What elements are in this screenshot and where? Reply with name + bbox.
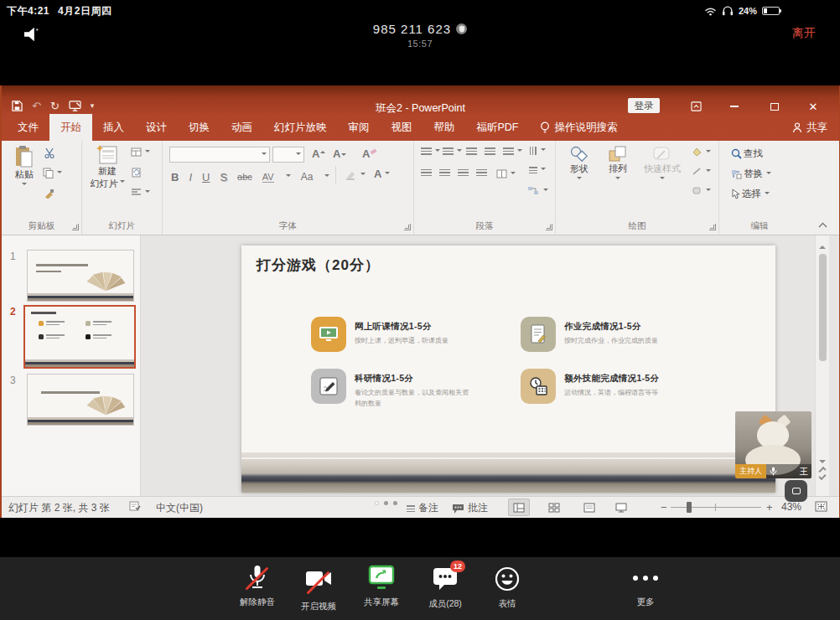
format-painter-button[interactable]: [44, 188, 54, 199]
scroll-up-icon[interactable]: [819, 242, 826, 249]
tab-transitions[interactable]: 切换: [178, 114, 220, 141]
fit-to-window-icon[interactable]: [815, 501, 827, 512]
cut-button[interactable]: [44, 147, 55, 158]
reading-view-button[interactable]: [578, 499, 600, 516]
language-indicator[interactable]: 中文(中国): [156, 501, 203, 515]
find-button[interactable]: 查找: [731, 147, 763, 160]
slide-sorter-view-button[interactable]: [543, 499, 565, 516]
meeting-security-icon[interactable]: [456, 23, 467, 34]
notes-button[interactable]: 备注: [407, 501, 438, 515]
spell-check-icon[interactable]: [129, 501, 141, 511]
ribbon-display-options-icon[interactable]: [689, 101, 703, 112]
tab-design[interactable]: 设计: [135, 114, 178, 141]
tab-view[interactable]: 视图: [381, 114, 423, 141]
zoom-slider-thumb[interactable]: [687, 502, 692, 513]
share-button[interactable]: 共享: [792, 114, 827, 141]
bold-button[interactable]: B: [171, 171, 179, 183]
select-button[interactable]: 选择: [731, 188, 770, 200]
font-color-button[interactable]: A: [374, 168, 390, 180]
tab-help[interactable]: 帮助: [423, 114, 466, 141]
shrink-font-button[interactable]: A: [333, 147, 346, 160]
tab-file[interactable]: 文件: [7, 114, 49, 141]
increase-indent-button[interactable]: [485, 147, 495, 156]
maximize-button[interactable]: [768, 101, 781, 112]
clear-formatting-button[interactable]: A: [362, 147, 376, 160]
zoom-level[interactable]: 43%: [781, 501, 801, 513]
zoom-slider-track[interactable]: [671, 507, 761, 508]
meeting-id[interactable]: 985 211 623: [373, 22, 451, 36]
highlight-button[interactable]: [345, 169, 366, 180]
copy-button[interactable]: [43, 168, 62, 178]
vertical-scrollbar[interactable]: [815, 235, 829, 496]
slide-canvas[interactable]: 打分游戏（20分） 网上听课情况1-5分 按时上课，迟到早退，听课质量 作业完成…: [241, 245, 775, 493]
close-button[interactable]: ✕: [806, 101, 820, 112]
zoom-out-button[interactable]: −: [661, 501, 667, 514]
text-shadow-button[interactable]: S: [220, 171, 227, 183]
align-right-button[interactable]: [458, 169, 469, 178]
zoom-in-button[interactable]: +: [766, 501, 773, 514]
slideshow-view-button[interactable]: [610, 499, 632, 516]
font-size-combo[interactable]: [272, 147, 304, 163]
reset-slide-button[interactable]: [131, 168, 142, 178]
minimize-button[interactable]: [728, 101, 741, 112]
tab-insert[interactable]: 插入: [92, 114, 135, 141]
convert-smartart-button[interactable]: [527, 186, 548, 195]
scroll-down-icon[interactable]: [819, 460, 826, 467]
strikethrough-button[interactable]: abc: [237, 172, 252, 182]
scrollbar-thumb[interactable]: [819, 254, 827, 361]
align-left-button[interactable]: [421, 169, 432, 178]
members-button[interactable]: 12 成员(28): [413, 565, 477, 610]
slide-layout-button[interactable]: [131, 147, 150, 157]
video-layout-toggle-button[interactable]: [785, 480, 807, 502]
next-slide-icon[interactable]: [818, 473, 826, 480]
arrange-button[interactable]: 排列: [599, 146, 636, 182]
italic-button[interactable]: I: [189, 171, 192, 183]
tab-home[interactable]: 开始: [49, 114, 92, 141]
underline-button[interactable]: U: [202, 171, 210, 183]
participant-video-tile[interactable]: 主持人 王: [735, 411, 811, 478]
case-dropdown-icon[interactable]: [323, 169, 329, 184]
columns-button[interactable]: [496, 169, 516, 178]
spacing-dropdown-icon[interactable]: [284, 169, 291, 184]
paragraph-dialog-launcher[interactable]: [546, 224, 552, 230]
paste-button[interactable]: 粘贴: [8, 145, 40, 188]
more-button[interactable]: 更多: [614, 565, 677, 608]
section-button[interactable]: [131, 188, 150, 197]
bullets-button[interactable]: [421, 147, 440, 156]
quick-styles-button[interactable]: 快速样式: [638, 146, 687, 182]
character-spacing-button[interactable]: AV: [262, 172, 274, 183]
align-center-button[interactable]: [439, 169, 450, 178]
font-dialog-launcher[interactable]: [404, 224, 411, 230]
tab-animations[interactable]: 动画: [220, 114, 263, 141]
font-name-combo[interactable]: [169, 147, 270, 163]
shape-fill-button[interactable]: [692, 147, 711, 157]
comments-button[interactable]: 批注: [452, 501, 488, 515]
change-case-button[interactable]: Aa: [301, 171, 314, 183]
align-text-button[interactable]: [529, 167, 546, 173]
tab-slideshow[interactable]: 幻灯片放映: [263, 114, 338, 141]
shape-effects-button[interactable]: [692, 186, 711, 195]
slide-thumbnail-3[interactable]: [27, 374, 134, 426]
grow-font-button[interactable]: A: [312, 147, 325, 160]
slide-thumbnail-2[interactable]: [23, 305, 136, 369]
replace-button[interactable]: 替换: [731, 168, 771, 180]
slide-thumbnail-1[interactable]: [27, 250, 134, 302]
line-spacing-button[interactable]: [503, 147, 522, 156]
leave-meeting-button[interactable]: 离开: [792, 26, 816, 41]
shape-outline-button[interactable]: [692, 167, 711, 176]
share-screen-button[interactable]: 共享屏幕: [350, 565, 413, 608]
numbering-button[interactable]: [443, 147, 462, 156]
tab-review[interactable]: 审阅: [338, 114, 381, 141]
collapse-ribbon-icon[interactable]: [818, 222, 827, 228]
tell-me-search[interactable]: 操作说明搜索: [540, 114, 618, 141]
emoji-button[interactable]: 表情: [475, 565, 539, 610]
decrease-indent-button[interactable]: [466, 147, 477, 156]
login-button[interactable]: 登录: [628, 98, 660, 113]
normal-view-button[interactable]: [508, 499, 530, 516]
drawing-dialog-launcher[interactable]: [709, 224, 716, 230]
justify-button[interactable]: [476, 169, 487, 178]
tab-foxit-pdf[interactable]: 福昕PDF: [466, 114, 530, 141]
shapes-button[interactable]: 形状: [561, 146, 598, 182]
text-direction-button[interactable]: [529, 147, 546, 154]
unmute-button[interactable]: 解除静音: [226, 565, 289, 608]
